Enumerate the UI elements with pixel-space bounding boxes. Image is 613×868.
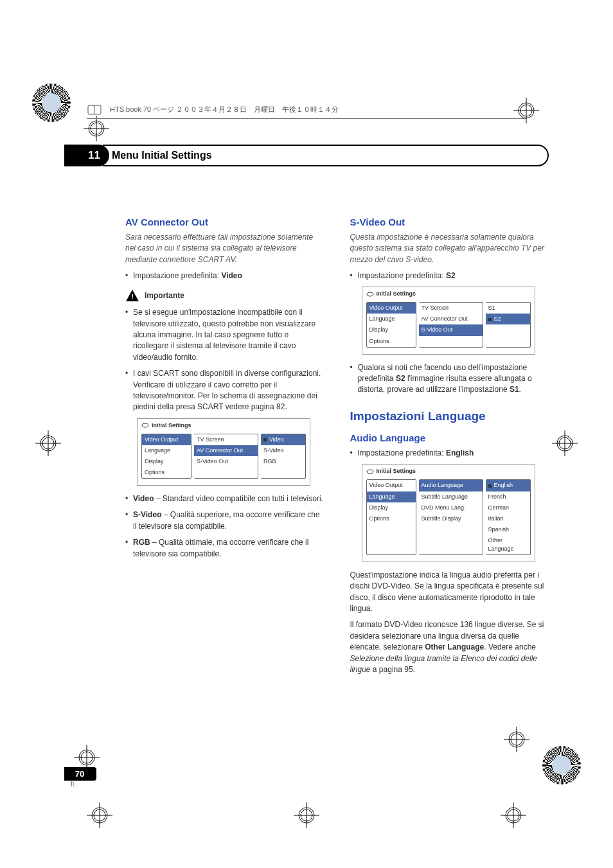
menu-row: S-Video Out <box>419 324 483 335</box>
menu-row: RGB <box>261 456 305 467</box>
menu-row: Other Language <box>486 535 530 554</box>
menu-row: S1 <box>486 303 530 314</box>
menu-icon <box>141 422 149 429</box>
crosshair-icon <box>552 430 578 456</box>
menu-row: Subtitle Display <box>419 513 483 524</box>
menu-row: Display <box>367 324 416 335</box>
opt-video: Video – Standard video compatibile con t… <box>125 493 324 504</box>
print-registration-mark <box>542 746 581 784</box>
framemaker-header: HTS.book 70 ページ ２００３年４月２８日 月曜日 午後１０時１４分 <box>87 102 526 117</box>
crosshair-icon <box>35 430 61 456</box>
opt-rgb: RGB – Qualità ottimale, ma occorre verif… <box>125 537 324 560</box>
chapter-bar: 11 Menu Initial Settings <box>64 145 549 166</box>
menu-row: Subtitle Language <box>419 492 483 502</box>
page-number-box: 70 It <box>64 767 96 788</box>
menu-row: Options <box>367 336 416 347</box>
menu-row: German <box>486 502 530 513</box>
heading-svideo-out: S-Video Out <box>350 215 549 229</box>
heading-av-connector: AV Connector Out <box>125 215 324 229</box>
menu-row: Spanish <box>486 524 530 535</box>
heading-audio-language: Audio Language <box>350 431 549 445</box>
menu-row: AV Connector Out <box>194 445 258 456</box>
menu-row: Language <box>367 492 416 502</box>
av-note-2: I cavi SCART sono disponibili in diverse… <box>125 368 324 413</box>
menu-screenshot-audio: Initial Settings Video Output Language D… <box>362 464 535 562</box>
left-column: AV Connector Out Sarà necessario effettu… <box>125 215 324 675</box>
audio-para-1: Quest'impostazione indica la lingua audi… <box>350 570 549 615</box>
svideo-intro: Questa impostazione è necessaria solamen… <box>350 232 549 265</box>
book-icon <box>87 103 105 116</box>
svg-point-41 <box>367 292 373 296</box>
menu-row: Audio Language <box>419 480 483 491</box>
menu-icon <box>366 291 374 297</box>
audio-para-2: Il formato DVD-Video riconosce 136 lingu… <box>350 619 549 675</box>
menu-row: S2 <box>486 314 530 324</box>
page-language: It <box>64 781 96 788</box>
menu-row: Video Output <box>142 434 191 445</box>
crosshair-icon <box>87 802 112 828</box>
menu-row: Italian <box>486 513 530 524</box>
warning-icon: ! <box>125 289 139 302</box>
svideo-note: Qualora si noti che facendo uso dell'imp… <box>350 362 549 396</box>
important-label: Importante <box>145 290 184 301</box>
crosshair-icon <box>84 116 109 141</box>
important-box: ! Importante <box>125 289 324 302</box>
header-text: HTS.book 70 ページ ２００３年４月２８日 月曜日 午後１０時１４分 <box>110 105 339 114</box>
crosshair-icon <box>74 745 100 770</box>
menu-row: Language <box>142 445 191 456</box>
menu-row: S-Video <box>261 445 305 456</box>
heading-impostazioni-language: Impostazioni Language <box>350 407 549 425</box>
svg-point-42 <box>367 470 373 474</box>
menu-row: Language <box>367 314 416 324</box>
menu-screenshot-svideo: Initial Settings Video Output Language D… <box>362 287 535 354</box>
av-default: Impostazione predefinita: Video <box>125 270 324 281</box>
av-intro: Sarà necessario effettuare tali impostaz… <box>125 232 324 265</box>
menu-row: AV Connector Out <box>419 314 483 324</box>
svg-text:!: ! <box>131 293 134 301</box>
print-registration-mark <box>32 84 71 122</box>
menu-row: Display <box>142 456 191 467</box>
crosshair-icon <box>294 802 319 828</box>
svideo-default: Impostazione predefinita: S2 <box>350 270 549 281</box>
menu-row: DVD Menu Lang. <box>419 502 483 513</box>
crosshair-icon <box>501 802 526 828</box>
menu-row: French <box>486 492 530 502</box>
menu-row: Video <box>261 434 305 445</box>
right-column: S-Video Out Questa impostazione è necess… <box>350 215 549 675</box>
menu-row: Video Output <box>367 303 416 314</box>
svg-point-40 <box>142 423 148 427</box>
menu-row: Options <box>367 513 416 524</box>
menu-icon <box>366 468 374 475</box>
menu-row: S-Video Out <box>194 456 258 467</box>
menu-row: Options <box>142 467 191 478</box>
header-rule <box>87 118 526 119</box>
page-number: 70 <box>64 767 96 781</box>
menu-screenshot-av: Initial Settings Video Output Language D… <box>137 418 310 486</box>
av-note-1: Se si esegue un'impostazione incompatibi… <box>125 307 324 363</box>
menu-row: Video Output <box>367 480 416 491</box>
menu-row: English <box>486 480 530 491</box>
opt-svideo: S-Video – Qualità superiore, ma occorre … <box>125 509 324 532</box>
menu-row: Display <box>367 502 416 513</box>
menu-row: TV Screen <box>419 303 483 314</box>
chapter-title: Menu Initial Settings <box>103 145 549 166</box>
menu-row: TV Screen <box>194 434 258 445</box>
crosshair-icon <box>504 727 529 752</box>
audio-default: Impostazione predefinita: English <box>350 448 549 459</box>
